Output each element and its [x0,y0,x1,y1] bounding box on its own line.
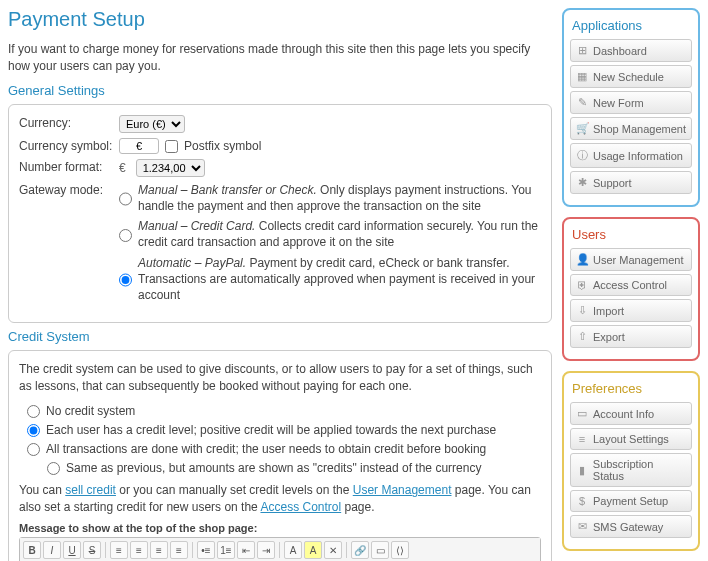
section-general-title: General Settings [8,83,552,98]
credit-option-label-0: No credit system [46,403,135,419]
source-button[interactable]: ⟨⟩ [391,541,409,559]
credit-option-label-1: Each user has a credit level; positive c… [46,422,496,438]
pref-account-info[interactable]: ▭Account Info [570,402,692,425]
number-format-prefix: € [119,160,126,176]
sidebar-applications-title: Applications [572,18,692,33]
users-access-control-icon: ⛨ [576,279,588,291]
number-format-label: Number format: [19,159,119,175]
currency-label: Currency: [19,115,119,131]
clear-format-button[interactable]: ✕ [324,541,342,559]
gateway-options: Manual – Bank transfer or Check. Only di… [119,182,541,307]
outdent-button[interactable]: ⇤ [237,541,255,559]
gateway-option-text-2: Automatic – PayPal. Payment by credit ca… [138,255,541,304]
currency-symbol-input[interactable] [119,138,159,154]
pref-account-info-icon: ▭ [576,407,588,420]
app-new-schedule-label: New Schedule [593,71,664,83]
pref-payment-setup[interactable]: $Payment Setup [570,490,692,512]
app-new-form[interactable]: ✎New Form [570,91,692,114]
sidebar-users: Users 👤User Management⛨Access Control⇩Im… [562,217,700,361]
align-right-button[interactable]: ≡ [150,541,168,559]
pref-sms-gateway-icon: ✉ [576,520,588,533]
pref-layout-settings-label: Layout Settings [593,433,669,445]
app-new-form-label: New Form [593,97,644,109]
currency-select[interactable]: Euro (€) [119,115,185,133]
pref-subscription-status[interactable]: ▮Subscription Status [570,453,692,487]
credit-note: You can sell credit or you can manually … [19,482,541,516]
users-user-management[interactable]: 👤User Management [570,248,692,271]
app-usage-information-icon: ⓘ [576,148,588,163]
credit-option-label-2: All transactions are done with credit; t… [46,441,486,457]
credit-radio-1[interactable] [27,424,40,437]
sidebar-preferences: Preferences ▭Account Info≡Layout Setting… [562,371,700,551]
app-shop-management-icon: 🛒 [576,122,588,135]
app-dashboard[interactable]: ⊞Dashboard [570,39,692,62]
currency-symbol-label: Currency symbol: [19,138,119,154]
app-support[interactable]: ✱Support [570,171,692,194]
strike-button[interactable]: S [83,541,101,559]
app-usage-information[interactable]: ⓘUsage Information [570,143,692,168]
users-import[interactable]: ⇩Import [570,299,692,322]
list-ordered-button[interactable]: 1≡ [217,541,235,559]
pref-payment-setup-label: Payment Setup [593,495,668,507]
credit-options: No credit systemEach user has a credit l… [27,403,541,477]
pref-sms-gateway[interactable]: ✉SMS Gateway [570,515,692,538]
credit-radio-0[interactable] [27,405,40,418]
editor-label: Message to show at the top of the shop p… [19,522,541,534]
align-left-button[interactable]: ≡ [110,541,128,559]
text-color-button[interactable]: A [284,541,302,559]
gateway-radio-1[interactable] [119,220,132,250]
gateway-radio-2[interactable] [119,257,132,304]
users-export-label: Export [593,331,625,343]
bg-color-button[interactable]: A [304,541,322,559]
credit-radio-2[interactable] [27,443,40,456]
app-new-schedule-icon: ▦ [576,70,588,83]
credit-option-label-3: Same as previous, but amounts are shown … [66,460,481,476]
users-access-control[interactable]: ⛨Access Control [570,274,692,296]
sidebar-applications: Applications ⊞Dashboard▦New Schedule✎New… [562,8,700,207]
sidebar-users-title: Users [572,227,692,242]
gateway-label: Gateway mode: [19,182,119,198]
pref-payment-setup-icon: $ [576,495,588,507]
gateway-radio-0[interactable] [119,184,132,214]
users-export[interactable]: ⇧Export [570,325,692,348]
italic-button[interactable]: I [43,541,61,559]
app-usage-information-label: Usage Information [593,150,683,162]
postfix-checkbox[interactable] [165,140,178,153]
app-support-icon: ✱ [576,176,588,189]
number-format-select[interactable]: 1.234,00 [136,159,205,177]
users-user-management-icon: 👤 [576,253,588,266]
image-button[interactable]: ▭ [371,541,389,559]
app-dashboard-label: Dashboard [593,45,647,57]
credit-radio-3[interactable] [47,462,60,475]
link-button[interactable]: 🔗 [351,541,369,559]
pref-subscription-status-label: Subscription Status [593,458,686,482]
postfix-label: Postfix symbol [184,138,261,154]
users-access-control-label: Access Control [593,279,667,291]
user-management-link[interactable]: User Management [353,483,452,497]
sell-credit-link[interactable]: sell credit [65,483,116,497]
app-new-schedule[interactable]: ▦New Schedule [570,65,692,88]
users-import-label: Import [593,305,624,317]
panel-credit: The credit system can be used to give di… [8,350,552,561]
users-user-management-label: User Management [593,254,684,266]
credit-intro: The credit system can be used to give di… [19,361,541,395]
pref-layout-settings[interactable]: ≡Layout Settings [570,428,692,450]
access-control-link[interactable]: Access Control [260,500,341,514]
align-justify-button[interactable]: ≡ [170,541,188,559]
underline-button[interactable]: U [63,541,81,559]
editor-toolbar: B I U S ≡ ≡ ≡ ≡ •≡ 1≡ ⇤ ⇥ A A [20,538,540,561]
panel-general: Currency: Euro (€) Currency symbol: Post… [8,104,552,324]
app-support-label: Support [593,177,632,189]
app-shop-management-label: Shop Management [593,123,686,135]
indent-button[interactable]: ⇥ [257,541,275,559]
app-new-form-icon: ✎ [576,96,588,109]
app-shop-management[interactable]: 🛒Shop Management [570,117,692,140]
users-export-icon: ⇧ [576,330,588,343]
page-title: Payment Setup [8,8,552,31]
pref-layout-settings-icon: ≡ [576,433,588,445]
rich-text-editor: B I U S ≡ ≡ ≡ ≡ •≡ 1≡ ⇤ ⇥ A A [19,537,541,561]
users-import-icon: ⇩ [576,304,588,317]
align-center-button[interactable]: ≡ [130,541,148,559]
list-unordered-button[interactable]: •≡ [197,541,215,559]
bold-button[interactable]: B [23,541,41,559]
